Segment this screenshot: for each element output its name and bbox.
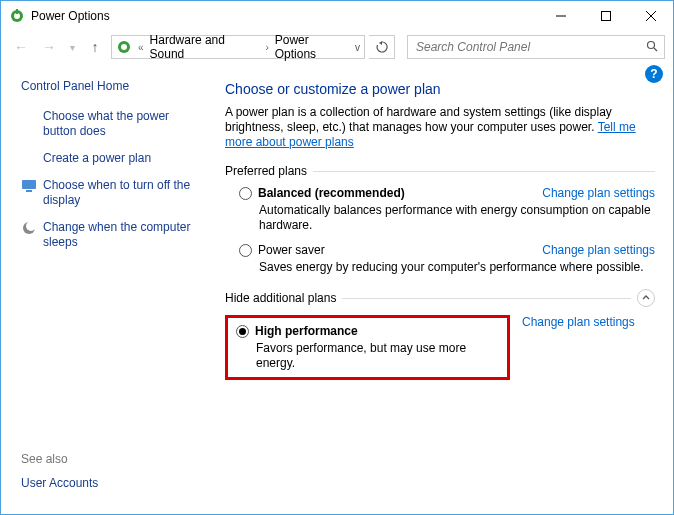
svg-point-8: [121, 44, 127, 50]
content-area: Control Panel Home Choose what the power…: [1, 63, 673, 514]
plan-desc-balanced: Automatically balances performance with …: [259, 203, 655, 233]
power-options-window: Power Options ← → ▾ ↑ « Hardware and Sou…: [0, 0, 674, 515]
navbar: ← → ▾ ↑ « Hardware and Sound › Power Opt…: [1, 31, 673, 63]
change-settings-saver[interactable]: Change plan settings: [542, 243, 655, 257]
radio-balanced[interactable]: [239, 187, 252, 200]
address-dropdown-icon[interactable]: v: [355, 42, 360, 53]
divider: [313, 171, 655, 172]
sidebar-item-label: Change when the computer sleeps: [43, 220, 201, 250]
plan-desc-high-performance: Favors performance, but may use more ene…: [256, 341, 499, 371]
highlight-box: High performance Favors performance, but…: [225, 315, 510, 380]
monitor-icon: [21, 178, 37, 194]
sidebar-item-label: Choose when to turn off the display: [43, 178, 201, 208]
back-button[interactable]: ←: [9, 35, 33, 59]
collapse-icon[interactable]: [637, 289, 655, 307]
minimize-button[interactable]: [538, 1, 583, 31]
plan-name-power-saver[interactable]: Power saver: [258, 243, 325, 257]
see-also-label: See also: [21, 452, 201, 466]
preferred-plans-group: Preferred plans: [225, 164, 655, 178]
plan-power-saver: Power saver Change plan settings Saves e…: [239, 243, 655, 275]
breadcrumb-seg-hardware[interactable]: Hardware and Sound: [150, 33, 260, 61]
svg-rect-12: [26, 190, 32, 192]
sidebar: Control Panel Home Choose what the power…: [1, 63, 211, 514]
plan-balanced: Balanced (recommended) Change plan setti…: [239, 186, 655, 233]
plan-name-high-performance[interactable]: High performance: [255, 324, 358, 338]
refresh-button[interactable]: [369, 35, 395, 59]
plan-high-performance-row: High performance Favors performance, but…: [225, 315, 655, 380]
sidebar-item-turn-off-display[interactable]: Choose when to turn off the display: [21, 178, 201, 208]
radio-power-saver[interactable]: [239, 244, 252, 257]
svg-rect-4: [601, 12, 610, 21]
change-settings-high[interactable]: Change plan settings: [522, 315, 635, 329]
control-panel-home-link[interactable]: Control Panel Home: [21, 79, 201, 93]
search-box[interactable]: [407, 35, 665, 59]
page-description: A power plan is a collection of hardware…: [225, 105, 655, 150]
page-desc-text: A power plan is a collection of hardware…: [225, 105, 612, 134]
svg-rect-2: [16, 9, 18, 14]
power-options-app-icon: [9, 8, 25, 24]
sidebar-item-label: Create a power plan: [43, 151, 151, 166]
sidebar-item-power-button[interactable]: Choose what the power button does: [21, 109, 201, 139]
window-buttons: [538, 1, 673, 31]
moon-icon: [21, 220, 37, 236]
search-icon[interactable]: [646, 40, 658, 55]
sidebar-item-create-plan[interactable]: Create a power plan: [21, 151, 201, 166]
window-title: Power Options: [31, 9, 110, 23]
plan-desc-power-saver: Saves energy by reducing your computer's…: [259, 260, 655, 275]
history-dropdown[interactable]: ▾: [65, 35, 79, 59]
forward-button[interactable]: →: [37, 35, 61, 59]
preferred-plans-label: Preferred plans: [225, 164, 307, 178]
help-icon[interactable]: ?: [645, 65, 663, 83]
svg-point-9: [648, 41, 655, 48]
address-bar[interactable]: « Hardware and Sound › Power Options v: [111, 35, 365, 59]
svg-line-10: [654, 48, 657, 51]
svg-point-14: [26, 221, 36, 231]
additional-plans-group: Hide additional plans: [225, 289, 655, 307]
user-accounts-link[interactable]: User Accounts: [21, 476, 201, 490]
change-settings-balanced[interactable]: Change plan settings: [542, 186, 655, 200]
sidebar-item-computer-sleeps[interactable]: Change when the computer sleeps: [21, 220, 201, 250]
breadcrumb-seg-power[interactable]: Power Options: [275, 33, 351, 61]
main-pane: ? Choose or customize a power plan A pow…: [211, 63, 673, 514]
svg-rect-11: [22, 180, 36, 189]
search-input[interactable]: [414, 39, 646, 55]
maximize-button[interactable]: [583, 1, 628, 31]
sidebar-item-label: Choose what the power button does: [43, 109, 201, 139]
plan-name-balanced[interactable]: Balanced (recommended): [258, 186, 405, 200]
breadcrumb-sep-icon: ›: [263, 42, 270, 53]
divider: [342, 298, 631, 299]
breadcrumb-prev-icon[interactable]: «: [136, 42, 146, 53]
close-button[interactable]: [628, 1, 673, 31]
page-title: Choose or customize a power plan: [225, 81, 655, 97]
hide-additional-label[interactable]: Hide additional plans: [225, 291, 336, 305]
titlebar: Power Options: [1, 1, 673, 31]
radio-high-performance[interactable]: [236, 325, 249, 338]
up-button[interactable]: ↑: [83, 35, 107, 59]
power-options-icon: [116, 39, 132, 55]
